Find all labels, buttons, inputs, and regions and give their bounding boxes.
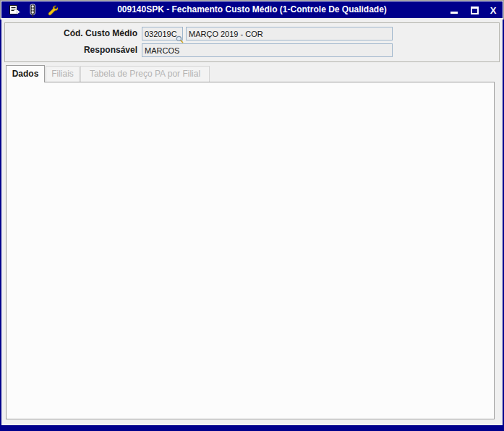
tab-dados[interactable]: Dados <box>6 65 45 82</box>
window-frame-left <box>0 20 1 425</box>
tab-content-panel <box>6 82 495 419</box>
window-title: 009140SPK - Fechamento Custo Médio (1-Co… <box>1 1 503 18</box>
cod-custo-medio-desc-field[interactable]: MARÇO 2019 - COR <box>186 27 393 40</box>
titlebar: 009140SPK - Fechamento Custo Médio (1-Co… <box>1 1 503 18</box>
responsavel-value: MARCOS <box>145 46 179 55</box>
cod-custo-medio-value: 032019C <box>145 30 177 38</box>
maximize-button[interactable] <box>467 3 482 18</box>
tab-tabela-preco-pa-por-filial: Tabela de Preço PA por Filial <box>80 66 210 82</box>
window-frame-bottom <box>0 425 504 431</box>
cod-custo-medio-desc: MARÇO 2019 - COR <box>189 30 263 38</box>
cod-custo-medio-label: Cód. Custo Médio <box>7 28 137 38</box>
tab-filiais: Filiais <box>46 66 80 82</box>
responsavel-field[interactable]: MARCOS <box>142 43 393 57</box>
cod-custo-medio-field[interactable]: 032019C <box>142 27 183 40</box>
minimize-button[interactable] <box>447 3 461 18</box>
responsavel-label: Responsável <box>7 45 137 55</box>
app-window: 009140SPK - Fechamento Custo Médio (1-Co… <box>0 0 504 431</box>
lookup-magnifier-icon[interactable] <box>176 35 184 43</box>
close-button[interactable]: X <box>486 3 500 18</box>
minimize-icon <box>450 12 458 14</box>
maximize-icon <box>471 7 479 14</box>
